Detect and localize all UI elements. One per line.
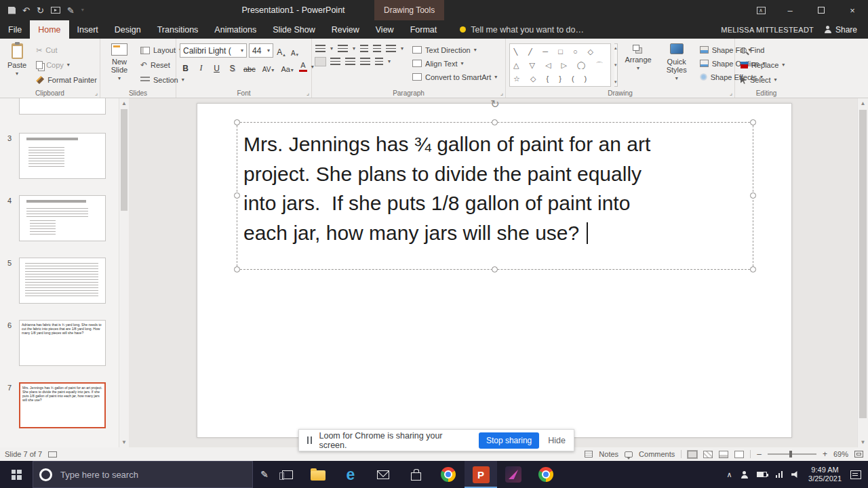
bullets-button[interactable] [315, 45, 326, 53]
volume-icon[interactable] [791, 470, 800, 479]
paste-button[interactable]: Paste ▾ [3, 41, 31, 87]
network-icon[interactable] [776, 471, 783, 478]
tab-review[interactable]: Review [323, 20, 368, 39]
taskbar-search-box[interactable]: Type here to search [33, 461, 253, 488]
resize-handle-top-left[interactable] [234, 119, 240, 125]
app-button-unknown[interactable] [497, 461, 530, 488]
selected-text-box[interactable]: ↻ Mrs. Jennings has ¾ gallon of paint fo… [237, 122, 753, 270]
resize-handle-top-right[interactable] [750, 119, 756, 125]
clipboard-dialog-launcher[interactable]: ⌟ [95, 90, 98, 96]
share-button[interactable]: Share [825, 25, 857, 35]
font-name-combobox[interactable]: Calibri Light ( ▾ [180, 43, 247, 58]
increase-font-size-button[interactable]: A▴ [275, 44, 287, 57]
tab-slide-show[interactable]: Slide Show [264, 20, 323, 39]
maximize-button[interactable] [806, 0, 837, 20]
mail-button[interactable] [367, 461, 399, 488]
task-view-button[interactable] [276, 461, 299, 488]
strikethrough-button[interactable]: abc [242, 60, 257, 73]
font-size-combobox[interactable]: 44 ▾ [249, 43, 273, 58]
align-center-button[interactable] [330, 58, 340, 66]
replace-button[interactable]: Replace ▾ [738, 58, 787, 72]
arrange-button[interactable]: Arrange ▾ [621, 41, 656, 87]
resize-handle-bottom-middle[interactable] [492, 266, 498, 272]
reading-view-button[interactable] [719, 451, 728, 458]
convert-smartart-button[interactable]: Convert to SmartArt ▾ [410, 70, 499, 83]
notes-toggle[interactable]: Notes [599, 450, 618, 458]
decrease-indent-button[interactable] [360, 45, 368, 53]
text-shadow-button[interactable]: S [226, 60, 238, 73]
columns-caret-icon[interactable]: ▾ [388, 59, 391, 64]
italic-button[interactable]: I [195, 60, 207, 73]
action-center-icon[interactable] [850, 470, 861, 479]
find-button[interactable]: Find [738, 43, 787, 57]
slide-sorter-view-button[interactable] [703, 451, 713, 458]
undo-icon[interactable]: ↶ [22, 6, 30, 15]
zoom-level[interactable]: 69% [833, 450, 848, 458]
quick-styles-button[interactable]: Quick Styles ▾ [659, 41, 694, 87]
chrome-button[interactable] [432, 461, 465, 488]
cut-button[interactable]: ✂ Cut [34, 43, 99, 57]
start-slideshow-icon[interactable] [51, 7, 60, 14]
customize-qat-icon[interactable]: ▾ [81, 7, 84, 13]
close-button[interactable]: × [837, 0, 868, 20]
people-icon[interactable] [741, 471, 748, 479]
taskbar-clock[interactable]: 9:49 AM 3/25/2021 [808, 466, 842, 484]
text-direction-button[interactable]: Text Direction ▾ [410, 43, 499, 56]
zoom-out-button[interactable]: – [757, 450, 762, 458]
save-icon[interactable] [8, 7, 16, 14]
paragraph-dialog-launcher[interactable]: ⌟ [500, 90, 503, 96]
numbering-caret-icon[interactable]: ▾ [353, 46, 355, 52]
tab-view[interactable]: View [368, 20, 402, 39]
user-name[interactable]: MELISSA MITTLESTEADT [721, 26, 814, 34]
tab-home[interactable]: Home [30, 20, 68, 39]
normal-view-button[interactable] [688, 451, 697, 458]
justify-button[interactable] [360, 58, 370, 66]
pen-icon[interactable]: ✎ [67, 6, 75, 15]
tab-transitions[interactable]: Transitions [149, 20, 207, 39]
comments-icon[interactable] [625, 451, 633, 458]
panel-scroll-down-icon[interactable]: ▼ [121, 439, 127, 445]
start-button[interactable] [0, 461, 33, 488]
edge-button[interactable]: e [334, 461, 367, 488]
tab-insert[interactable]: Insert [69, 20, 106, 39]
new-slide-button[interactable]: New Slide ▾ [104, 41, 135, 87]
editor-scrollbar[interactable]: ▲ ▼ [857, 98, 868, 447]
fit-slide-to-window-button[interactable] [854, 451, 863, 458]
battery-icon[interactable] [757, 472, 767, 477]
resize-handle-middle-left[interactable] [234, 192, 240, 199]
slide-body-text[interactable]: Mrs. Jennings has ¾ gallon of paint for … [243, 129, 650, 247]
align-text-button[interactable]: Align Text ▾ [410, 57, 499, 70]
font-color-button[interactable]: A [299, 62, 307, 72]
slide-7-thumbnail-selected[interactable]: Mrs. Jennings has ¾ gallon of paint for … [19, 382, 106, 428]
notes-icon[interactable] [585, 451, 593, 458]
decrease-font-size-button[interactable]: A▾ [289, 44, 300, 57]
slide-5-thumbnail[interactable] [19, 258, 106, 304]
store-button[interactable] [399, 461, 432, 488]
tab-file[interactable]: File [0, 20, 30, 39]
editor-scrollbar-thumb[interactable] [859, 110, 867, 418]
align-right-button[interactable] [345, 58, 355, 66]
drawing-dialog-launcher[interactable]: ⌟ [730, 90, 732, 96]
comments-toggle[interactable]: Comments [639, 450, 675, 458]
slide-6-thumbnail[interactable]: Adrianna has fabric that is ¾ yard long.… [19, 320, 106, 366]
increase-indent-button[interactable] [373, 45, 381, 53]
slide-3-thumbnail[interactable] [19, 133, 106, 179]
minimize-button[interactable]: – [774, 0, 806, 20]
slide-4-thumbnail[interactable] [19, 195, 106, 241]
line-spacing-button[interactable] [386, 45, 396, 53]
line-spacing-caret-icon[interactable]: ▾ [401, 46, 403, 52]
shapes-more-icon[interactable]: ▾ [614, 79, 617, 85]
align-left-button[interactable] [315, 58, 326, 66]
copy-button[interactable]: Copy ▾ [34, 58, 99, 72]
shapes-scroll-up-icon[interactable]: ▴ [614, 45, 617, 51]
display-settings-icon[interactable] [48, 451, 57, 458]
resize-handle-top-middle[interactable] [492, 119, 498, 125]
file-explorer-button[interactable] [302, 461, 334, 488]
panel-scrollbar-thumb[interactable] [121, 109, 127, 211]
bold-button[interactable]: B [180, 60, 191, 73]
zoom-in-button[interactable]: + [823, 450, 827, 458]
panel-scroll-up-icon[interactable]: ▲ [121, 100, 127, 106]
stop-sharing-button[interactable]: Stop sharing [479, 432, 539, 449]
rotate-handle-icon[interactable]: ↻ [490, 99, 499, 110]
font-dialog-launcher[interactable]: ⌟ [307, 90, 309, 96]
